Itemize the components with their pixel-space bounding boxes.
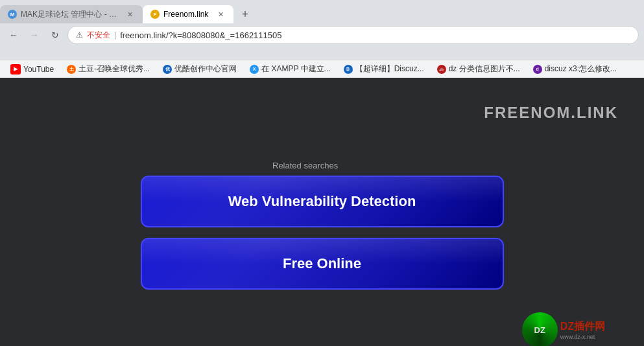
bookmark-discuz2-label: discuz x3:怎么修改... [545,63,617,75]
bookmarks-bar: ▶ YouTube 土 土豆-召唤全球优秀... 优 优酷创作中心官网 X 在 … [0,60,644,78]
search-card-vulnerability-text: Web Vulnerability Detection [228,193,416,210]
bookmark-xampp-favicon: X [250,65,259,74]
security-warning-icon: ⚠ [76,30,83,40]
bookmark-tudou-favicon: 土 [67,65,76,74]
dz-text-block: DZ插件网 www.dz-x.net [560,320,605,340]
page-content: FREENOM.LINK Related searches Web Vulner… [0,78,644,346]
bookmark-discuz1-favicon: B [344,65,353,74]
bookmark-xampp-label: 在 XAMPP 中建立... [261,63,330,75]
bookmark-discuz1[interactable]: B 【超详细】Discuz... [339,62,429,76]
bookmark-youku[interactable]: 优 优酷创作中心官网 [158,62,242,76]
bookmark-xampp[interactable]: X 在 XAMPP 中建立... [244,62,335,76]
dz-watermark: DZ DZ插件网 www.dz-x.net [514,299,644,346]
dz-circle: DZ [522,312,558,346]
bookmark-dz-image-label: dz 分类信息图片不... [449,63,520,75]
tab-favicon-mak: M [8,10,17,19]
bookmark-youku-favicon: 优 [163,65,172,74]
tab-mak[interactable]: M MAK足球论坛 管理中心 - 全局 - ✕ [0,5,143,23]
search-card-vulnerability[interactable]: Web Vulnerability Detection [141,176,504,227]
site-title: FREENOM.LINK [484,104,644,122]
browser-chrome: M MAK足球论坛 管理中心 - 全局 - ✕ F Freenom.link ✕… [0,0,644,60]
bookmark-discuz2-favicon: d [533,65,542,74]
tab-bar: M MAK足球论坛 管理中心 - 全局 - ✕ F Freenom.link ✕… [0,0,644,23]
tab-freenom[interactable]: F Freenom.link ✕ [143,5,233,23]
tab-favicon-freenom: F [150,10,160,19]
search-card-free-online[interactable]: Free Online [141,238,504,290]
dz-url-label: www.dz-x.net [560,334,605,340]
bookmark-dz-image[interactable]: zh dz 分类信息图片不... [432,62,525,76]
security-label: 不安全 [87,30,110,41]
bookmark-youtube[interactable]: ▶ YouTube [5,63,59,76]
search-card-free-online-text: Free Online [283,255,361,272]
forward-button[interactable]: → [26,27,43,43]
dz-logo-container: DZ DZ插件网 www.dz-x.net [522,312,605,346]
bookmark-tudou-label: 土豆-召唤全球优秀... [78,63,150,75]
bookmark-tudou[interactable]: 土 土豆-召唤全球优秀... [62,62,155,76]
address-bar-row: ← → ↻ ⚠ 不安全 | freenom.link/?k=80808080&_… [0,23,644,47]
cursor-icon [531,325,547,345]
youtube-favicon: ▶ [10,64,21,75]
tab-close-mak[interactable]: ✕ [125,9,135,19]
new-tab-button[interactable]: + [236,5,254,23]
bookmark-discuz2[interactable]: d discuz x3:怎么修改... [528,62,622,76]
address-bar[interactable]: ⚠ 不安全 | freenom.link/?k=80808080&_=16621… [67,26,639,44]
bookmark-youtube-label: YouTube [23,65,54,74]
tab-title-mak: MAK足球论坛 管理中心 - 全局 - [21,9,121,20]
url-text: freenom.link/?k=80808080&_=1662111505 [120,30,281,40]
bookmark-discuz1-label: 【超详细】Discuz... [355,63,424,75]
reload-button[interactable]: ↻ [47,27,64,43]
bookmark-youku-label: 优酷创作中心官网 [174,63,237,75]
bookmark-dz-image-favicon: zh [437,65,446,74]
back-button[interactable]: ← [5,27,22,43]
related-searches-label: Related searches [0,161,338,170]
tab-title-freenom: Freenom.link [163,10,211,19]
dz-plugin-label: DZ插件网 [560,320,605,334]
tab-close-freenom[interactable]: ✕ [215,9,226,19]
address-separator: | [114,30,116,40]
dz-inner-text: DZ [534,325,545,335]
